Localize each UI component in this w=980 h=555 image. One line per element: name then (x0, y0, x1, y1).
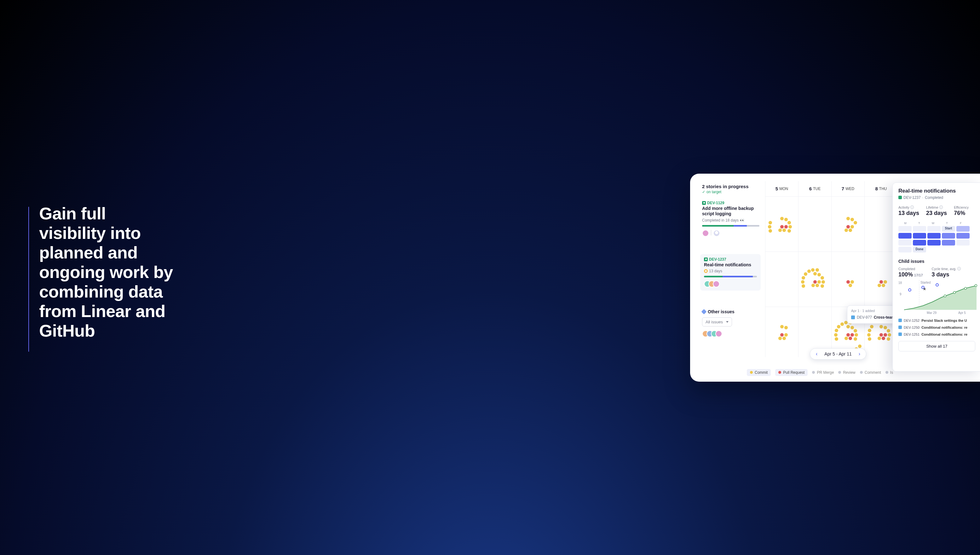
commit-dot (888, 333, 891, 337)
svg-point-7 (936, 284, 938, 286)
commit-dot (769, 229, 772, 233)
eyes-icon: 👀 (740, 218, 745, 223)
commit-dot (769, 221, 772, 225)
svg-point-2 (954, 291, 956, 294)
commit-dot (849, 284, 852, 287)
info-icon[interactable]: i (939, 205, 943, 209)
story-card[interactable]: DEV-1129 Add more offline backup script … (702, 196, 765, 252)
legend-pull-request[interactable]: Pull Request (775, 369, 808, 376)
commit-dot (817, 273, 821, 276)
issue-key: DEV-1237 (709, 257, 726, 261)
timeline-header: 2 stories in progress ✓on target (702, 181, 765, 196)
commit-dot (878, 284, 881, 287)
info-icon[interactable]: i (910, 205, 914, 209)
commit-dot (844, 228, 848, 232)
commit-dot (841, 322, 844, 326)
commit-dot (782, 337, 786, 340)
legend-review[interactable]: Review (838, 370, 855, 375)
check-icon: ✓ (702, 190, 705, 194)
list-item[interactable]: DEV-1251Conditional notifications: re (898, 331, 980, 338)
commit-dot (884, 326, 887, 329)
story-title: Add more offline backup script logging (702, 206, 759, 217)
commit-dot (811, 268, 815, 272)
issue-icon (898, 319, 902, 322)
legend-commit[interactable]: Commit (747, 369, 771, 376)
commit-dot (835, 329, 838, 332)
story-meta: Completed in 18 days (702, 218, 739, 223)
commit-dot (813, 272, 817, 276)
commit-dot (768, 225, 772, 228)
tooltip-issue-key: DEV-977 (857, 315, 872, 319)
issue-key: DEV-1129 (707, 201, 724, 205)
commit-dot (858, 345, 862, 348)
commit-dot (784, 333, 788, 337)
activity-calendar: MTWTF Start Done (898, 221, 980, 252)
other-issues-section: Other issues All issues (702, 306, 765, 357)
legend-pr-merge[interactable]: PR Merge (812, 370, 834, 375)
accent-bar (28, 207, 29, 352)
pull-request-dot (879, 280, 883, 284)
pull-request-dot (813, 280, 817, 284)
list-item[interactable]: DEV-1250Conditional notifications: re (898, 324, 980, 331)
stat-value-efficiency: 76% (954, 210, 969, 217)
commit-dot (879, 325, 883, 329)
detail-key: DEV-1237 (903, 196, 921, 200)
child-completed-fraction: 17/17 (914, 273, 923, 277)
commit-dot (882, 284, 885, 287)
commit-dot (837, 325, 841, 329)
svg-point-4 (975, 284, 977, 287)
show-all-button[interactable]: Show all 17 (898, 341, 975, 351)
assignee-avatars (702, 230, 759, 237)
app-dashboard-card: 2 stories in progress ✓on target 5MON 6T… (690, 174, 980, 382)
stories-count: 2 stories in progress (702, 184, 762, 189)
pull-request-dot (879, 333, 883, 337)
legend-issue[interactable]: Is (886, 370, 893, 375)
story-meta: 13 days (709, 269, 722, 273)
story-title: Real-time notifications (704, 262, 757, 268)
chevron-right-icon[interactable]: › (859, 351, 860, 357)
hero-headline: Gain full visibility into planned and on… (39, 204, 173, 341)
pull-request-dot (846, 225, 850, 228)
detail-title: Real-time notifications (898, 188, 980, 194)
story-card-selected[interactable]: DEV-1237 Real-time notifications 13 days (702, 252, 765, 306)
day-column-tue: 6TUE (798, 181, 831, 196)
commit-dot (850, 225, 854, 228)
legend-comment[interactable]: Comment (860, 370, 881, 375)
list-item[interactable]: DEV-1252Persist Slack settings the U (898, 317, 980, 324)
issue-icon (898, 326, 902, 329)
commit-dot (780, 217, 784, 220)
commit-dot (855, 333, 858, 337)
chart-x-tick: Mar 29 (927, 311, 937, 314)
other-issues-title: Other issues (708, 309, 735, 314)
day-column-wed: 7WED (831, 181, 864, 196)
issue-detail-panel: Real-time notifications DEV-1237·Complet… (892, 183, 980, 372)
date-range-nav: ‹ Apr 5 - Apr 11 › (810, 348, 866, 359)
commit-dot (782, 228, 786, 232)
issue-icon (851, 316, 855, 319)
issue-filter-select[interactable]: All issues (702, 318, 732, 327)
commit-dot (853, 329, 857, 332)
progress-bar (702, 225, 759, 226)
day-column-mon: 5MON (765, 181, 798, 196)
chart-x-tick: Apr 5 (958, 311, 966, 314)
pull-request-dot (780, 225, 784, 228)
commit-dot (801, 280, 804, 284)
chevron-left-icon[interactable]: ‹ (816, 351, 817, 357)
pull-request-dot (884, 333, 887, 337)
commit-dot (844, 337, 848, 340)
commit-dot (850, 326, 854, 329)
calendar-start-tag: Start (942, 226, 955, 232)
burndown-chart: 18 9 Started (898, 280, 974, 314)
date-range-label: Apr 5 - Apr 11 (824, 351, 852, 356)
commit-dot (868, 329, 871, 332)
commit-dot (849, 228, 852, 232)
issue-icon (898, 332, 902, 336)
child-cycle-label: Cycle time, avg. (932, 267, 956, 271)
avatar (713, 281, 720, 287)
commit-dot (884, 280, 887, 284)
commit-dot (887, 337, 890, 341)
commit-dot (868, 337, 871, 341)
child-issue-list: DEV-1252Persist Slack settings the U DEV… (898, 317, 980, 338)
info-icon[interactable]: i (957, 267, 961, 270)
child-issues-title: Child issues (898, 259, 980, 264)
